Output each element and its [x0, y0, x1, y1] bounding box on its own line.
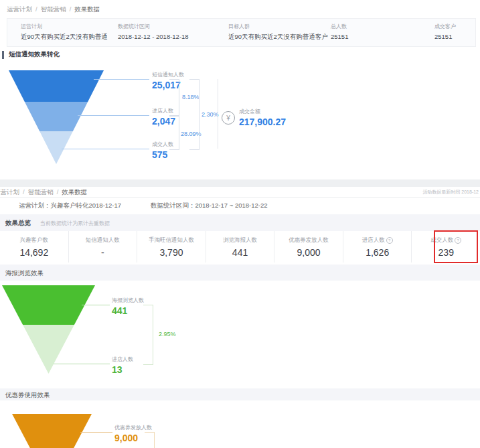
field-value: 25151 [434, 33, 456, 40]
stat-coupons-issued: 优惠券发放人数 9,000 [274, 231, 343, 263]
stat-store-visits: 进店人数? 1,626 [343, 231, 412, 263]
rate-bracket [169, 115, 179, 150]
summary-field-date-range: 数据统计区间 2018-12-12 - 2018-12-18 [118, 23, 189, 40]
funnel-segment-coupons-issued[interactable] [12, 414, 92, 448]
info-icon[interactable]: ? [455, 237, 461, 244]
rate-bracket [169, 79, 179, 117]
stat-label: 手淘旺信通知人数 [149, 236, 194, 244]
stage-value: 441 [112, 305, 144, 316]
funnel-segment-sms-notified[interactable] [9, 70, 104, 102]
connector-line [54, 364, 110, 364]
stat-deals: 成交人数? 239 [412, 231, 480, 263]
field-value: 近90天有购买近2天没有购普通 [21, 33, 108, 42]
summary-field-total-count: 总人数 25151 [331, 23, 348, 40]
date-range-text: 数据统计区间：2018-12-17 ~ 2018-12-22 [151, 202, 268, 210]
poster-section-band: 海报浏览效果 [0, 265, 480, 281]
stat-label: 短信通知人数 [86, 236, 120, 244]
summary-field-plan: 运营计划 近90天有购买近2天没有购普通 [21, 23, 108, 42]
stage-label: 海报浏览人数 [112, 297, 144, 304]
stat-value: 1,626 [366, 247, 389, 258]
data-refresh-note: 活动数据最新时间 2018-12 [422, 189, 479, 196]
plan-summary-card: 运营计划 近90天有购买近2天没有购普通 数据统计区间 2018-12-12 -… [7, 18, 476, 47]
coupon-section-band: 优惠券使用效果 [0, 388, 480, 400]
vertical-divider [218, 79, 218, 149]
field-value: 2018-12-12 - 2018-12-18 [118, 33, 189, 40]
overview-band: 效果总览 当前数据统计为累计去重数据 [0, 214, 480, 231]
funnel-stage-poster-views: 海报浏览人数 441 [112, 297, 144, 316]
stat-label: 进店人数? [362, 236, 393, 244]
stat-value: 3,790 [159, 247, 183, 258]
connector-line [62, 149, 149, 149]
yen-glyph: ¥ [226, 115, 230, 122]
funnel-segment-deals[interactable] [9, 131, 104, 164]
funnel-segment-store-visits[interactable] [2, 325, 95, 374]
overall-rate: 2.30% [202, 111, 219, 118]
deal-amount-value: 217,900.27 [239, 117, 286, 127]
stat-value: 14,692 [19, 247, 48, 258]
coupon-funnel-chart [12, 414, 92, 448]
section-title-bar [2, 51, 4, 59]
connector-line [94, 79, 149, 80]
field-label: 总人数 [331, 23, 348, 30]
breadcrumb-separator: / [57, 188, 59, 196]
stage-value: 575 [152, 149, 173, 160]
breadcrumb-second: 运营计划/智能营销/效果数据 [0, 188, 87, 197]
sms-funnel-chart [9, 70, 104, 164]
stage-value: 13 [112, 364, 133, 375]
coupon-section-title: 优惠券使用效果 [5, 391, 50, 400]
stat-interest-customers: 兴趣客户数 14,692 [0, 231, 69, 263]
breadcrumb-separator: / [70, 5, 72, 13]
breadcrumb-item-effect-data: 效果数据 [62, 188, 87, 196]
stage-label: 优惠券发放人数 [114, 424, 152, 431]
breadcrumb-item-marketing[interactable]: 智能营销 [28, 188, 54, 196]
stat-sms-notified: 短信通知人数 - [69, 231, 138, 263]
poster-overall-rate: 2.95% [159, 331, 176, 338]
stat-label: 优惠券发放人数 [289, 236, 329, 244]
stat-label: 成交人数? [430, 236, 461, 244]
field-label: 数据统计区间 [118, 23, 189, 30]
stat-wangxin-notified: 手淘旺信通知人数 3,790 [137, 231, 206, 263]
field-label: 成交客户 [434, 23, 456, 30]
divider-line [0, 197, 480, 198]
info-icon[interactable]: ? [386, 237, 393, 244]
breadcrumb: 运营计划/智能营销/效果数据 [7, 5, 100, 14]
overall-rate-bracket [189, 79, 199, 150]
breadcrumb-item-effect-data: 效果数据 [74, 5, 100, 13]
deal-amount-label: 成交金额 [239, 108, 286, 115]
breadcrumb-item-plan[interactable]: 运营计划 [7, 5, 32, 13]
poster-funnel-chart [2, 285, 95, 374]
connector-line [78, 115, 149, 116]
stat-poster-views: 浏览海报人数 441 [206, 231, 275, 263]
breadcrumb-separator: / [35, 5, 37, 13]
stat-value: 9,000 [297, 247, 321, 258]
breadcrumb-item-marketing[interactable]: 智能营销 [41, 5, 66, 13]
breadcrumb-separator: / [23, 188, 25, 196]
stat-value: 441 [232, 247, 248, 258]
connector-line [82, 305, 110, 305]
summary-field-target-audience: 目标人群 近90天有购买近2天没有购普通客户 [228, 23, 328, 42]
field-value: 近90天有购买近2天没有购普通客户 [228, 33, 328, 42]
rate-bracket [145, 432, 155, 448]
field-value: 25151 [331, 33, 348, 40]
field-label: 目标人群 [228, 23, 328, 30]
stat-value: 239 [438, 247, 454, 258]
stat-label: 兴趣客户数 [20, 236, 49, 244]
sms-funnel-section-title: 短信通知效果转化 [9, 50, 60, 59]
section-gap [0, 179, 480, 187]
poster-section-title: 海报浏览效果 [5, 269, 44, 278]
stage-label: 进店人数 [112, 356, 133, 363]
plan-name-text: 运营计划：兴趣客户转化2018-12-17 [19, 202, 121, 210]
connector-line [80, 432, 112, 433]
stat-value: - [101, 247, 104, 258]
field-label: 运营计划 [21, 23, 108, 30]
rate-bracket [143, 305, 153, 365]
funnel-stage-store-visits: 进店人数 13 [112, 356, 133, 375]
funnel-segment-store-visits[interactable] [9, 102, 104, 132]
stats-table: 兴趣客户数 14,692 短信通知人数 - 手淘旺信通知人数 3,790 浏览海… [0, 231, 480, 263]
dashboard-screen: 运营计划/智能营销/效果数据 运营计划 近90天有购买近2天没有购普通 数据统计… [0, 0, 480, 448]
stat-label: 浏览海报人数 [223, 236, 257, 244]
overview-title: 效果总览 [5, 219, 31, 228]
currency-icon: ¥ [222, 111, 235, 125]
stage-label: 短信通知人数 [152, 71, 184, 78]
breadcrumb-item-plan[interactable]: 运营计划 [0, 188, 19, 196]
